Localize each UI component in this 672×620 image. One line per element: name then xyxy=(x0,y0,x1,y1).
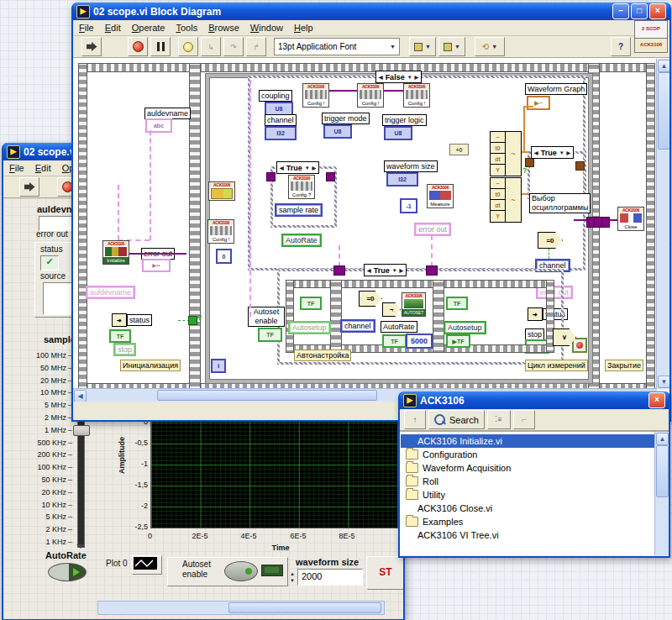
minimize-button[interactable]: – xyxy=(612,3,629,19)
autosetup-indicator[interactable]: Autosetup xyxy=(444,321,486,334)
channel-terminal[interactable]: I32 xyxy=(265,126,297,140)
ack3106-initialize-vi[interactable]: ACK3106 Initialize xyxy=(102,240,129,265)
conversion-node[interactable]: +0 xyxy=(449,144,469,155)
autoset-enable-toggle[interactable] xyxy=(224,561,258,581)
step-into-button[interactable]: ↳ xyxy=(201,37,221,56)
scroll-up-button[interactable]: ▲ xyxy=(656,433,669,445)
loop-condition-terminal[interactable] xyxy=(572,338,587,353)
channel-control[interactable]: channel xyxy=(340,319,375,333)
case-selector[interactable]: True xyxy=(276,161,319,174)
pin-button[interactable]: ⌐ xyxy=(513,410,535,429)
case-prev-icon[interactable] xyxy=(379,75,383,80)
scroll-down-button[interactable]: ▼ xyxy=(658,376,669,388)
palette-item[interactable]: Examples xyxy=(401,515,654,528)
maximize-button[interactable]: □ xyxy=(631,3,648,19)
close-button[interactable]: × xyxy=(648,392,665,408)
scroll-up-button[interactable]: ▲ xyxy=(658,60,669,72)
fp-horizontal-scrollbar[interactable] xyxy=(97,601,385,615)
waveform-graph-terminal[interactable]: ▶~ xyxy=(527,96,550,110)
status-check-indicator[interactable]: ✓ xyxy=(40,255,59,271)
help-button[interactable]: ? xyxy=(611,37,631,56)
ack3106-config-vi[interactable]: ACK3106 Config ! xyxy=(207,219,234,244)
stop-local-variable[interactable]: stop xyxy=(113,343,136,356)
autorate-tf-terminal[interactable]: TF xyxy=(382,334,407,348)
case-dropdown-icon[interactable] xyxy=(392,268,397,273)
build-waveform-node[interactable]: ~ t0 dt Y ~ xyxy=(490,131,522,176)
trigger-logic-terminal[interactable]: U8 xyxy=(384,126,412,140)
menu-operate[interactable]: Operate xyxy=(132,23,165,33)
autorate-toggle[interactable] xyxy=(48,563,87,581)
autosetup-tf-terminal[interactable]: ▶TF xyxy=(446,334,470,348)
menu-window[interactable]: Window xyxy=(250,23,283,33)
scroll-left-button[interactable]: ◀ xyxy=(74,390,87,402)
n5000-constant[interactable]: 5000 xyxy=(406,334,433,349)
waveform-size-terminal[interactable]: I32 xyxy=(386,172,418,187)
menu-tools[interactable]: Tools xyxy=(176,23,197,33)
auldevname-control[interactable]: auldevname xyxy=(86,286,135,299)
fp-hscroll-thumb[interactable] xyxy=(228,602,381,613)
waveform-graph-plot[interactable] xyxy=(150,414,398,528)
case-prev-icon[interactable] xyxy=(367,268,371,273)
palette-scroll-thumb[interactable] xyxy=(656,445,669,497)
menu-file[interactable]: File xyxy=(9,163,24,173)
abort-button[interactable] xyxy=(128,37,148,56)
ack3106-close-vi[interactable]: ACK3106 Close xyxy=(617,207,644,231)
highlight-execution-button[interactable] xyxy=(178,37,198,56)
search-button[interactable]: Search xyxy=(428,410,485,429)
ack3106-config-vi[interactable]: ACK3106 Config ! xyxy=(403,83,430,108)
bd-hscroll-thumb[interactable] xyxy=(157,390,377,401)
tf-constant[interactable]: TF xyxy=(446,297,468,310)
waveform-size-field[interactable]: 2000 xyxy=(297,569,363,586)
palette-item[interactable]: ACK3106 Close.vi xyxy=(401,502,654,515)
case-next-icon[interactable] xyxy=(312,166,317,171)
ack3106-config-query-vi[interactable]: ACK3106 Config ? xyxy=(288,175,315,199)
slider-handle[interactable] xyxy=(73,425,90,436)
menu-edit[interactable]: Edit xyxy=(105,23,121,33)
bd-vertical-scrollbar[interactable]: ▲ ▼ xyxy=(656,59,669,389)
case-next-icon[interactable] xyxy=(415,75,419,80)
font-selector[interactable]: 13pt Application Font ▼ xyxy=(274,38,400,55)
sample-rate-indicator[interactable]: sample rate xyxy=(275,203,323,217)
waveform-size-spinner[interactable]: ▲▼ xyxy=(290,570,297,584)
menu-browse[interactable]: Browse xyxy=(208,23,239,33)
loop-iteration-terminal[interactable]: i xyxy=(211,359,226,373)
step-over-button[interactable]: ↷ xyxy=(223,37,244,56)
case-dropdown-icon[interactable] xyxy=(305,166,310,171)
menu-edit[interactable]: Edit xyxy=(35,163,51,173)
autorate-control[interactable]: AutoRate xyxy=(281,234,322,247)
run-button[interactable] xyxy=(81,37,102,56)
align-objects-button[interactable]: ▼ xyxy=(409,37,436,56)
tf-constant[interactable]: TF xyxy=(300,297,322,310)
distribute-objects-button[interactable]: ▼ xyxy=(438,37,465,56)
build-waveform-node[interactable]: ~ t0 dt Y ~ xyxy=(490,177,522,223)
ack3106-autoset-vi[interactable]: ACK3106 AUTOSET xyxy=(402,292,426,317)
tf-constant[interactable]: TF xyxy=(109,329,131,343)
reorder-button[interactable]: ⟲▼ xyxy=(475,37,505,56)
vi-icon-badge[interactable]: 2 SCOP ACK3106 xyxy=(634,20,668,55)
palette-item[interactable]: ACK3106 Initialize.vi xyxy=(401,434,654,448)
case-next-icon[interactable] xyxy=(567,150,571,155)
ack3106-config-vi[interactable]: ACK3106 Config ! xyxy=(357,83,384,108)
stop-button[interactable]: ST xyxy=(366,556,403,590)
pause-button[interactable] xyxy=(150,37,171,56)
ack3106-measure-vi[interactable]: ACK3106 Measure xyxy=(427,184,454,208)
error-out-terminal[interactable]: ▶▪▪ xyxy=(142,259,171,272)
palette-item[interactable]: Roll xyxy=(401,475,654,488)
error-out-local[interactable]: error out xyxy=(414,223,451,236)
palette-item[interactable]: Utility xyxy=(401,488,654,502)
case-dropdown-icon[interactable] xyxy=(407,75,412,80)
run-button[interactable] xyxy=(19,177,39,197)
case-selector[interactable]: False xyxy=(375,71,422,83)
bd-vscroll-thumb[interactable] xyxy=(658,72,669,150)
plot-legend-sample[interactable] xyxy=(132,555,162,575)
autosetup-local[interactable]: Autosetup xyxy=(288,321,331,334)
case-prev-icon[interactable] xyxy=(534,150,538,155)
palette-item[interactable]: ACK3106 VI Tree.vi xyxy=(401,528,654,542)
ack3106-config-vi[interactable]: ACK3106 Config ! xyxy=(302,83,329,108)
case-selector[interactable]: True xyxy=(364,264,407,276)
ack3106-folder-vi[interactable]: ACK3106 xyxy=(208,181,235,201)
zero-constant[interactable]: 0 xyxy=(216,249,232,264)
palette-item[interactable]: Waveform Acquisition xyxy=(401,461,654,475)
case-prev-icon[interactable] xyxy=(280,166,284,171)
case-next-icon[interactable] xyxy=(400,268,404,273)
